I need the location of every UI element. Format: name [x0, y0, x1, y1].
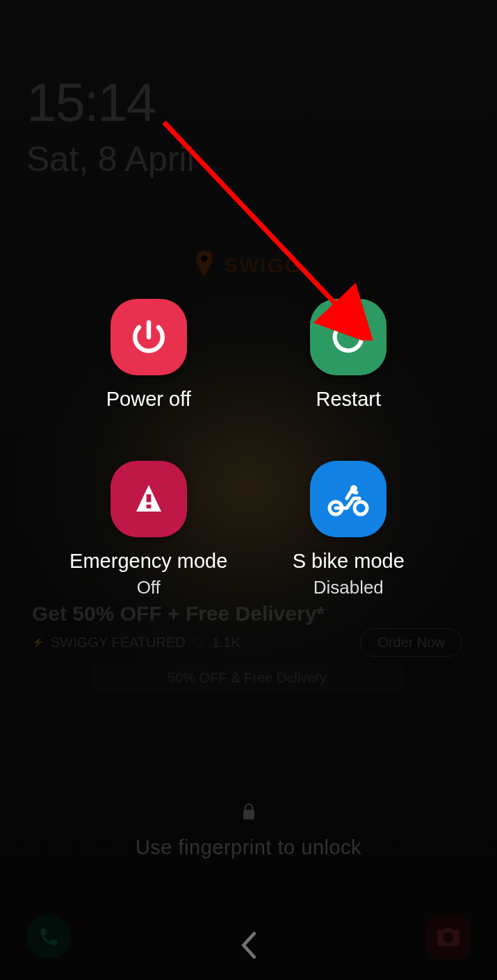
power-off-label: Power off [106, 388, 191, 411]
emergency-mode-button[interactable]: Emergency mode Off [70, 461, 227, 598]
restart-icon [310, 299, 386, 375]
emergency-label: Emergency mode [70, 550, 227, 573]
svg-point-3 [355, 502, 367, 514]
restart-label: Restart [316, 388, 381, 411]
svg-point-4 [350, 485, 357, 492]
power-off-icon [111, 299, 187, 375]
power-menu: Power off Restart Emergency mode Off [0, 299, 497, 598]
sbike-label: S bike mode [293, 550, 405, 573]
power-off-button[interactable]: Power off [106, 299, 191, 411]
sbike-status: Disabled [313, 577, 384, 598]
emergency-status: Off [137, 577, 161, 598]
restart-button[interactable]: Restart [310, 299, 386, 411]
emergency-icon [111, 461, 187, 537]
sbike-mode-button[interactable]: S bike mode Disabled [293, 461, 405, 598]
motorcycle-icon [310, 461, 386, 537]
